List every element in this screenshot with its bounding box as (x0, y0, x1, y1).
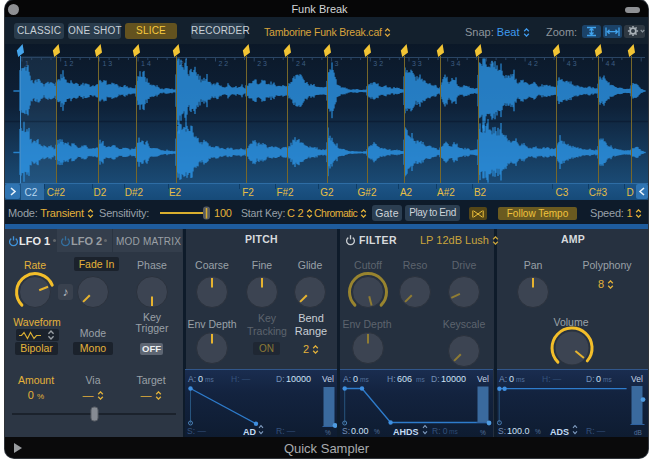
svg-text:ms: ms (449, 428, 458, 435)
svg-text:A:: A: (188, 374, 196, 384)
svg-text:ms: ms (205, 376, 214, 383)
svg-text:C#2: C#2 (47, 187, 66, 198)
svg-text:3 4: 3 4 (451, 60, 461, 67)
svg-text:0: 0 (198, 374, 203, 384)
svg-text:C#3: C#3 (589, 187, 608, 198)
svg-text:F2: F2 (242, 187, 254, 198)
svg-text:D2: D2 (94, 187, 107, 198)
svg-text:C2: C2 (25, 187, 38, 198)
svg-text:D:: D: (431, 374, 440, 384)
svg-text:1 2: 1 2 (64, 60, 74, 67)
svg-text:Vel: Vel (631, 374, 643, 384)
svg-text:ms: ms (416, 376, 425, 383)
svg-text:0: 0 (596, 374, 601, 384)
svg-text:AHDS: AHDS (393, 427, 419, 437)
svg-text:2 2: 2 2 (219, 60, 229, 67)
svg-text:%: % (535, 428, 541, 435)
svg-text:2 3: 2 3 (257, 60, 267, 67)
svg-text:S:: S: (498, 426, 506, 436)
svg-text:A#2: A#2 (437, 187, 455, 198)
svg-text:G#2: G#2 (358, 187, 377, 198)
svg-text:%: % (374, 428, 380, 435)
svg-text:R: 0: R: 0 (432, 426, 448, 436)
svg-text:10000: 10000 (441, 374, 466, 384)
svg-text:E2: E2 (169, 187, 182, 198)
svg-text:1 3: 1 3 (102, 60, 112, 67)
svg-text:0: 0 (353, 374, 358, 384)
svg-text:R: —: R: — (276, 426, 296, 436)
svg-text:%: % (480, 429, 486, 436)
svg-text:ADS: ADS (550, 427, 569, 437)
svg-text:2 4: 2 4 (296, 60, 306, 67)
svg-text:100.0: 100.0 (507, 426, 530, 436)
svg-text:F#2: F#2 (276, 187, 294, 198)
svg-text:B2: B2 (474, 187, 487, 198)
svg-text:D#2: D#2 (125, 187, 144, 198)
svg-text:D:: D: (276, 374, 285, 384)
svg-text:ms: ms (360, 376, 369, 383)
svg-text:H: —: H: — (231, 374, 251, 384)
svg-text:H:: H: (387, 374, 396, 384)
svg-text:3 2: 3 2 (373, 60, 383, 67)
svg-text:4 4: 4 4 (606, 60, 616, 67)
svg-text:H: —: H: — (542, 374, 562, 384)
svg-text:A:: A: (343, 374, 351, 384)
svg-text:dB: dB (634, 429, 642, 436)
svg-text:4 3: 4 3 (567, 60, 577, 67)
svg-text:10000: 10000 (286, 374, 311, 384)
svg-text:ms: ms (603, 376, 612, 383)
svg-text:C3: C3 (556, 187, 569, 198)
svg-text:ms: ms (516, 376, 525, 383)
svg-text:AD: AD (243, 427, 256, 437)
svg-text:Vel: Vel (322, 374, 334, 384)
svg-text:R: —: R: — (586, 426, 606, 436)
svg-text:D:: D: (586, 374, 595, 384)
svg-text:606: 606 (397, 374, 412, 384)
svg-text:S: —: S: — (187, 426, 206, 436)
svg-text:3 3: 3 3 (412, 60, 422, 67)
svg-text:S:: S: (342, 426, 350, 436)
svg-text:Vel: Vel (477, 374, 489, 384)
svg-text:%: % (325, 429, 331, 436)
svg-text:A2: A2 (400, 187, 413, 198)
svg-text:0: 0 (509, 374, 514, 384)
svg-text:D: D (626, 187, 633, 198)
svg-text:A:: A: (499, 374, 507, 384)
svg-text:0.00: 0.00 (351, 426, 369, 436)
svg-text:4 2: 4 2 (528, 60, 538, 67)
svg-text:G2: G2 (320, 187, 334, 198)
svg-text:1 4: 1 4 (141, 60, 151, 67)
svg-text:3: 3 (335, 60, 339, 67)
